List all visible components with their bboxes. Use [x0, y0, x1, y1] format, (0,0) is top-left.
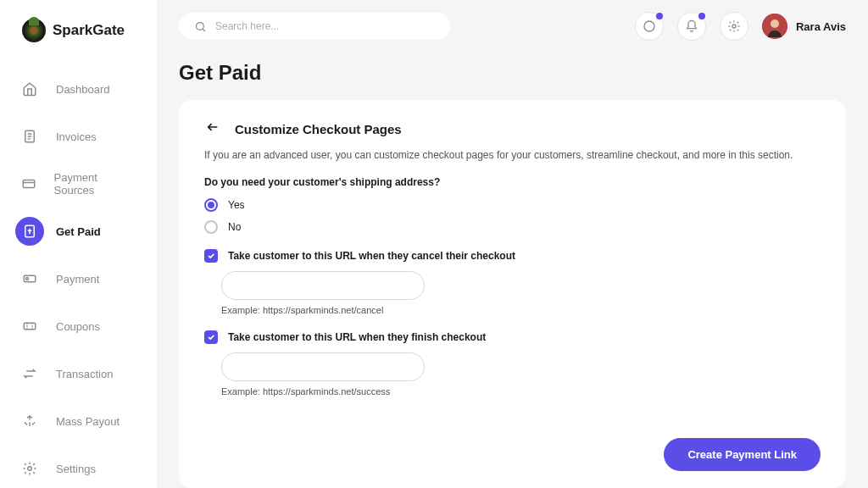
sidebar-item-label: Settings	[56, 463, 96, 475]
sidebar-item-label: Mass Payout	[56, 415, 120, 428]
checkbox-label: Take customer to this URL when they fini…	[228, 331, 486, 343]
svg-point-14	[771, 19, 779, 28]
card-header: Customize Checkout Pages	[204, 120, 821, 137]
svg-point-4	[26, 278, 29, 280]
bell-icon	[685, 19, 698, 33]
cancel-url-example: Example: https://sparkminds.net/cancel	[221, 305, 821, 315]
cancel-url-input[interactable]	[221, 271, 425, 300]
home-icon	[15, 75, 44, 103]
search-icon	[194, 20, 207, 33]
sidebar-item-get-paid[interactable]: Get Paid	[7, 208, 150, 254]
sidebar-item-label: Get Paid	[56, 225, 101, 238]
brand-logo[interactable]: SparkGate	[0, 19, 157, 66]
svg-point-12	[732, 25, 736, 28]
topbar: Rara Avis	[179, 12, 846, 41]
search-input[interactable]	[215, 20, 435, 32]
sidebar-nav: Dashboard Invoices Payment Sources Get P…	[0, 66, 157, 488]
notifications-button[interactable]	[677, 12, 706, 41]
invoice-icon	[15, 122, 44, 151]
sidebar-item-dashboard[interactable]: Dashboard	[7, 66, 150, 112]
shipping-question: Do you need your customer's shipping add…	[204, 176, 821, 188]
check-icon	[207, 333, 215, 341]
sidebar-item-payment[interactable]: Payment	[7, 256, 150, 302]
sidebar-item-label: Payment	[56, 273, 99, 286]
radio-input[interactable]	[204, 198, 218, 212]
sidebar-item-label: Payment Sources	[54, 171, 135, 197]
settings-icon	[15, 454, 44, 483]
sidebar-item-settings[interactable]: Settings	[7, 446, 150, 488]
card-icon	[15, 169, 42, 198]
gear-icon	[727, 19, 741, 33]
radio-label: No	[228, 221, 241, 233]
checkout-card: Customize Checkout Pages If you are an a…	[179, 100, 846, 488]
paid-icon	[15, 217, 44, 246]
sidebar-item-transaction[interactable]: Transaction	[7, 351, 150, 396]
cancel-url-check[interactable]: Take customer to this URL when they canc…	[204, 249, 821, 263]
check-icon	[207, 252, 215, 260]
sidebar-item-payment-sources[interactable]: Payment Sources	[7, 161, 150, 207]
checkbox-input[interactable]	[204, 330, 218, 344]
radio-group: Yes No	[204, 198, 821, 234]
back-button[interactable]	[204, 120, 221, 137]
radio-no[interactable]: No	[204, 220, 821, 234]
finish-url-check[interactable]: Take customer to this URL when they fini…	[204, 330, 821, 344]
brand-logo-icon	[22, 19, 46, 42]
sidebar-item-mass-payout[interactable]: Mass Payout	[7, 398, 150, 444]
brand-name: SparkGate	[53, 22, 125, 39]
sidebar-item-coupons[interactable]: Coupons	[7, 303, 150, 349]
finish-url-example: Example: https://sparkminds.net/success	[221, 386, 821, 396]
create-payment-link-button[interactable]: Create Payment Link	[664, 438, 821, 471]
sidebar-item-label: Dashboard	[56, 83, 110, 96]
main-content: Rara Avis Get Paid Customize Checkout Pa…	[157, 0, 868, 488]
user-menu[interactable]: Rara Avis	[762, 14, 846, 39]
svg-point-6	[28, 467, 32, 471]
radio-label: Yes	[228, 199, 245, 211]
payout-icon	[15, 407, 44, 435]
card-description: If you are an advanced user, you can cus…	[204, 149, 821, 161]
radio-yes[interactable]: Yes	[204, 198, 821, 212]
user-name: Rara Avis	[796, 20, 846, 33]
chat-icon	[643, 19, 656, 33]
finish-url-input[interactable]	[221, 352, 425, 381]
arrow-left-icon	[204, 120, 221, 134]
card-title: Customize Checkout Pages	[235, 122, 402, 136]
svg-point-10	[197, 22, 204, 30]
sidebar-item-label: Transaction	[56, 368, 113, 380]
messages-button[interactable]	[635, 12, 664, 41]
sidebar-item-label: Coupons	[56, 320, 100, 333]
coupon-icon	[15, 312, 44, 341]
sidebar-item-invoices[interactable]: Invoices	[7, 114, 150, 159]
page-title: Get Paid	[179, 61, 846, 85]
settings-button[interactable]	[720, 12, 748, 41]
search-box[interactable]	[179, 13, 450, 40]
checkbox-label: Take customer to this URL when they canc…	[228, 250, 515, 262]
sidebar: SparkGate Dashboard Invoices Payment Sou…	[0, 0, 157, 488]
svg-rect-1	[23, 180, 35, 188]
svg-rect-5	[24, 323, 36, 330]
sidebar-item-label: Invoices	[56, 130, 97, 143]
avatar	[762, 14, 787, 39]
checkbox-input[interactable]	[204, 249, 218, 263]
radio-input[interactable]	[204, 220, 218, 234]
payment-icon	[15, 264, 44, 293]
transaction-icon	[15, 359, 44, 388]
